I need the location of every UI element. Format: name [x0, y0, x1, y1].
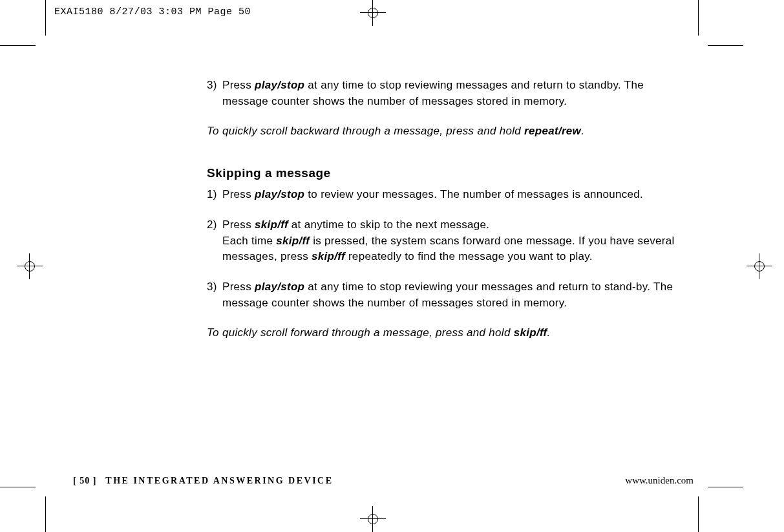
text: Press [222, 218, 255, 231]
registration-mark-icon [360, 506, 386, 532]
instruction-step: 3) Press play/stop at any time to stop r… [207, 78, 692, 109]
text: Press [222, 281, 255, 293]
step-number: 1) [207, 187, 222, 203]
instruction-step: 2) Press skip/ff at anytime to skip to t… [207, 217, 692, 265]
text: to review your messages. The number of m… [304, 188, 643, 200]
text: . [581, 125, 584, 137]
button-name: skip/ff [312, 250, 345, 262]
page-number: [ 50 ] [73, 476, 96, 486]
step-text: Press play/stop to review your messages.… [222, 187, 692, 203]
text: To quickly scroll backward through a mes… [207, 125, 524, 137]
text: Press [222, 79, 255, 91]
crop-mark [708, 487, 743, 487]
page-body: 3) Press play/stop at any time to stop r… [207, 78, 692, 356]
crop-mark [45, 0, 46, 36]
step-number: 3) [207, 78, 222, 109]
step-number: 2) [207, 217, 222, 265]
instruction-step: 1) Press play/stop to review your messag… [207, 187, 692, 203]
button-name: skip/ff [514, 326, 547, 339]
crop-mark [708, 45, 743, 46]
footer-url: www.uniden.com [625, 475, 694, 486]
text: To quickly scroll forward through a mess… [207, 326, 514, 339]
crop-mark [0, 487, 36, 487]
crop-mark [698, 496, 699, 532]
step-number: 3) [207, 279, 222, 311]
footer-section-title: THE INTEGRATED ANSWERING DEVICE [105, 476, 333, 486]
button-name: play/stop [255, 281, 304, 293]
button-name: repeat/rew [524, 125, 581, 137]
hint-text: To quickly scroll backward through a mes… [207, 123, 692, 140]
print-slug: EXAI5180 8/27/03 3:03 PM Page 50 [54, 6, 251, 17]
registration-mark-icon [747, 253, 772, 279]
step-text: Press skip/ff at anytime to skip to the … [222, 217, 692, 265]
button-name: play/stop [255, 188, 304, 200]
step-text: Press play/stop at any time to stop revi… [222, 78, 692, 109]
instruction-step: 3) Press play/stop at any time to stop r… [207, 279, 692, 311]
crop-mark [45, 496, 46, 532]
step-text: Press play/stop at any time to stop revi… [222, 279, 692, 311]
text: repeatedly to find the message you want … [345, 250, 593, 262]
text: Press [222, 188, 255, 200]
text: at anytime to skip to the next message. [288, 218, 490, 231]
button-name: play/stop [255, 79, 304, 91]
hint-text: To quickly scroll forward through a mess… [207, 325, 692, 341]
text: Each time [222, 235, 276, 247]
crop-mark [0, 45, 36, 46]
crop-mark [698, 0, 699, 36]
registration-mark-icon [17, 253, 43, 279]
text: . [547, 326, 551, 339]
section-heading: Skipping a message [207, 164, 692, 182]
registration-mark-icon [360, 0, 386, 26]
button-name: skip/ff [255, 218, 288, 231]
page-footer: [ 50 ] THE INTEGRATED ANSWERING DEVICE w… [73, 475, 694, 486]
button-name: skip/ff [276, 235, 310, 247]
